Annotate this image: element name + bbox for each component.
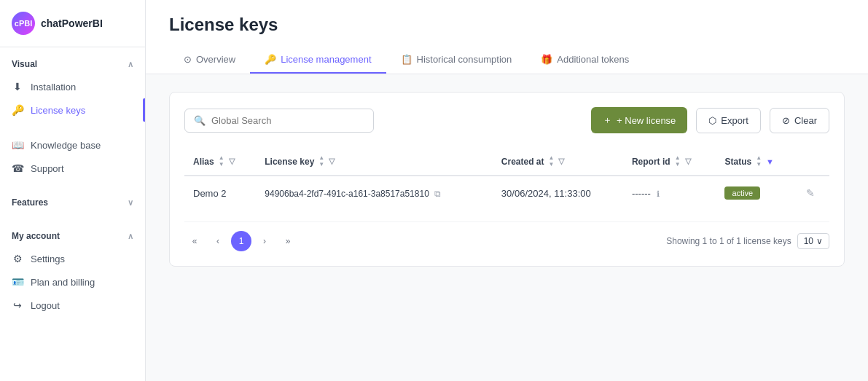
- col-license-key: License key ▲ ▼ ▽: [256, 148, 493, 176]
- pagination-next-button[interactable]: ›: [254, 231, 275, 251]
- col-created-at: Created at ▲ ▼ ▽: [493, 148, 623, 176]
- toolbar: 🔍 ＋ + New license ⬡ Export ⊘ Clear: [184, 107, 829, 133]
- col-alias: Alias ▲ ▼ ▽: [184, 148, 256, 176]
- col-status: Status ▲ ▼ ▼: [716, 148, 797, 176]
- sidebar-section-features: Features ∨: [0, 186, 145, 219]
- sidebar-item-label: License keys: [31, 105, 85, 116]
- filter-licensekey-icon[interactable]: ▽: [329, 157, 335, 166]
- key-tab-icon: 🔑: [265, 54, 276, 65]
- tab-label: Additional tokens: [557, 54, 629, 65]
- sidebar-section-my-account-header[interactable]: My account ∧: [0, 225, 145, 247]
- tab-license-management[interactable]: 🔑 License management: [250, 47, 386, 74]
- sort-alias-icon[interactable]: ▲ ▼: [219, 155, 224, 168]
- sidebar-item-installation[interactable]: ⬇ Installation: [0, 75, 145, 98]
- sidebar-item-label: Plan and billing: [31, 277, 95, 288]
- billing-icon: 🪪: [12, 276, 23, 288]
- search-input[interactable]: [211, 115, 364, 126]
- sidebar: cPBI chatPowerBI Visual ∧ ⬇ Installation…: [0, 0, 146, 381]
- page-size-selector[interactable]: 10 ∨: [797, 233, 829, 249]
- sidebar-item-label: Logout: [31, 300, 60, 311]
- pagination-last-button[interactable]: »: [278, 231, 298, 251]
- pagination: « ‹ 1 › » Showing 1 to 1 of 1 license ke…: [184, 221, 829, 251]
- sidebar-item-knowledge-base[interactable]: 📖 Knowledge base: [0, 133, 145, 157]
- sidebar-item-label: Settings: [31, 254, 65, 264]
- support-icon: ☎: [12, 162, 23, 174]
- plus-icon: ＋: [603, 114, 612, 127]
- col-report-id: Report id ▲ ▼ ▽: [623, 148, 716, 176]
- sidebar-item-label: Support: [31, 163, 64, 174]
- pagination-prev-button[interactable]: ‹: [208, 231, 228, 251]
- cell-created-at: 30/06/2024, 11:33:00: [493, 176, 623, 210]
- sidebar-item-settings[interactable]: ⚙ Settings: [0, 247, 145, 270]
- main-header: License keys ⊙ Overview 🔑 License manage…: [146, 0, 868, 74]
- sidebar-section-visual-header[interactable]: Visual ∧: [0, 53, 145, 75]
- sidebar-item-plan-billing[interactable]: 🪪 Plan and billing: [0, 270, 145, 294]
- filter-status-icon[interactable]: ▼: [766, 157, 774, 166]
- sort-createdat-icon[interactable]: ▲ ▼: [549, 155, 555, 168]
- sidebar-item-logout[interactable]: ↪ Logout: [0, 294, 145, 317]
- cell-report-id: ------ ℹ: [623, 176, 716, 210]
- tab-label: License management: [281, 54, 371, 65]
- sidebar-item-support[interactable]: ☎ Support: [0, 157, 145, 180]
- filter-reportid-icon[interactable]: ▽: [685, 157, 691, 166]
- sort-reportid-icon[interactable]: ▲ ▼: [675, 155, 681, 168]
- pagination-first-button[interactable]: «: [184, 231, 205, 251]
- cell-license-key: 94906ba4-2fd7-491c-a161-3a8517a51810 ⧉: [256, 176, 493, 210]
- app-logo[interactable]: cPBI chatPowerBI: [0, 0, 145, 47]
- table-row: Demo 2 94906ba4-2fd7-491c-a161-3a8517a51…: [184, 176, 829, 210]
- sidebar-item-label: Installation: [31, 82, 76, 93]
- export-icon: ⬡: [708, 115, 716, 126]
- tab-historical-consumption[interactable]: 📋 Historical consumption: [386, 47, 527, 74]
- pagination-right: Showing 1 to 1 of 1 license keys 10 ∨: [652, 233, 829, 249]
- cell-status: active: [716, 176, 797, 210]
- content-area: 🔍 ＋ + New license ⬡ Export ⊘ Clear: [146, 74, 868, 381]
- book-icon: 📖: [12, 139, 23, 151]
- gear-icon: ⚙: [12, 253, 23, 264]
- main-content: License keys ⊙ Overview 🔑 License manage…: [146, 0, 868, 381]
- edit-icon[interactable]: ✎: [806, 187, 815, 199]
- overview-icon: ⊙: [184, 54, 192, 65]
- new-license-button[interactable]: ＋ + New license: [591, 107, 687, 133]
- cell-alias: Demo 2: [184, 176, 256, 210]
- logo-icon: cPBI: [12, 12, 35, 35]
- sort-licensekey-icon[interactable]: ▲ ▼: [318, 155, 324, 168]
- tab-overview[interactable]: ⊙ Overview: [169, 47, 250, 74]
- search-box[interactable]: 🔍: [184, 109, 374, 133]
- search-icon: 🔍: [194, 115, 206, 126]
- tab-additional-tokens[interactable]: 🎁 Additional tokens: [526, 47, 644, 74]
- pagination-page-1-button[interactable]: 1: [231, 231, 251, 251]
- sidebar-section-my-account: My account ∧ ⚙ Settings 🪪 Plan and billi…: [0, 219, 145, 323]
- history-icon: 📋: [401, 54, 413, 65]
- col-actions: [797, 148, 829, 176]
- cell-actions: ✎: [797, 176, 829, 210]
- status-badge: active: [724, 186, 760, 200]
- download-icon: ⬇: [12, 81, 23, 93]
- chevron-down-icon: ∨: [128, 198, 133, 208]
- tab-label: Overview: [196, 54, 235, 65]
- copy-icon[interactable]: ⧉: [434, 189, 441, 199]
- sidebar-section-visual: Visual ∧ ⬇ Installation 🔑 License keys: [0, 47, 145, 127]
- sort-status-icon[interactable]: ▲ ▼: [756, 155, 762, 168]
- info-icon[interactable]: ℹ: [657, 189, 660, 198]
- sidebar-section-misc: 📖 Knowledge base ☎ Support: [0, 127, 145, 186]
- token-icon: 🎁: [541, 54, 552, 65]
- app-name: chatPowerBI: [41, 17, 103, 29]
- chevron-up-icon2: ∧: [128, 232, 133, 241]
- clear-button[interactable]: ⊘ Clear: [770, 108, 829, 133]
- filter-clear-icon: ⊘: [782, 115, 790, 126]
- tab-label: Historical consumption: [417, 54, 512, 65]
- table-body: Demo 2 94906ba4-2fd7-491c-a161-3a8517a51…: [184, 176, 829, 210]
- chevron-down-page-size-icon: ∨: [816, 236, 823, 246]
- table-header: Alias ▲ ▼ ▽ License key: [184, 148, 829, 176]
- license-table-card: 🔍 ＋ + New license ⬡ Export ⊘ Clear: [169, 92, 845, 267]
- key-icon: 🔑: [12, 104, 23, 116]
- sidebar-item-license-keys[interactable]: 🔑 License keys: [0, 98, 145, 122]
- pagination-info: Showing 1 to 1 of 1 license keys: [666, 236, 791, 246]
- page-title: License keys: [169, 15, 845, 35]
- export-button[interactable]: ⬡ Export: [696, 108, 761, 133]
- sidebar-section-features-header[interactable]: Features ∨: [0, 192, 145, 213]
- logout-icon: ↪: [12, 299, 23, 311]
- filter-alias-icon[interactable]: ▽: [229, 157, 235, 166]
- sidebar-item-label: Knowledge base: [31, 140, 101, 151]
- filter-createdat-icon[interactable]: ▽: [558, 157, 564, 166]
